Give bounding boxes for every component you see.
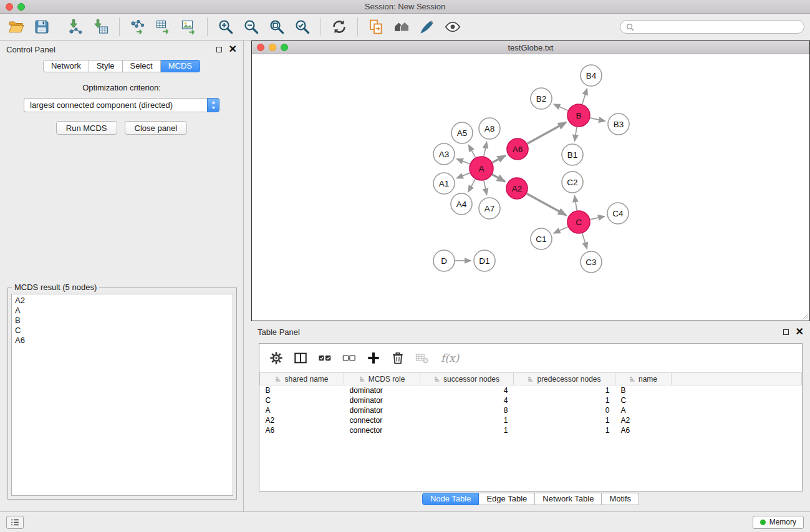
table-cell[interactable]: C [615, 395, 672, 405]
tab-edge-table[interactable]: Edge Table [479, 493, 535, 505]
open-folder-button[interactable] [6, 16, 27, 37]
mcds-result-list[interactable]: A2ABCA6 [11, 294, 233, 496]
graph-edge-C-C2[interactable] [574, 196, 577, 211]
table-cell[interactable]: 1 [514, 425, 615, 435]
graph-edge-A6-B[interactable] [528, 122, 566, 143]
graph-node-A6[interactable]: A6 [507, 138, 528, 160]
tab-node-table[interactable]: Node Table [422, 493, 480, 505]
graph-edge-B-B2[interactable] [554, 104, 568, 110]
tab-network[interactable]: Network [43, 60, 89, 72]
graph-edge-C-C1[interactable] [554, 227, 568, 233]
graph-edge-A-A1[interactable] [456, 173, 470, 178]
close-window-button[interactable] [6, 3, 13, 11]
graph-node-A8[interactable]: A8 [479, 118, 500, 139]
column-header-shared-name[interactable]: shared name [260, 373, 344, 385]
tab-mcds[interactable]: MCDS [161, 60, 200, 72]
graph-node-B3[interactable]: B3 [608, 114, 629, 135]
criterion-dropdown[interactable]: largest connected component (directed) [24, 98, 219, 112]
zoom-out-button[interactable] [241, 16, 262, 37]
table-cell[interactable]: 1 [420, 425, 514, 435]
column-header-mcds-role[interactable]: MCDS role [344, 373, 420, 385]
mcds-result-item[interactable]: A [15, 306, 229, 316]
column-header-predecessor-nodes[interactable]: predecessor nodes [514, 373, 615, 385]
close-panel-icon[interactable]: ✕ [229, 46, 237, 53]
minimize-view-button[interactable] [269, 44, 276, 51]
select-all-button[interactable] [316, 349, 334, 367]
graph-node-B[interactable]: B [567, 104, 590, 127]
search-input[interactable] [637, 22, 798, 31]
zoom-fit-button[interactable] [266, 16, 287, 37]
graph-edge-A-A7[interactable] [484, 181, 487, 195]
table-cell[interactable]: dominator [344, 395, 420, 405]
graph-node-B2[interactable]: B2 [531, 88, 552, 109]
graph-node-A5[interactable]: A5 [451, 122, 473, 143]
graph-edge-B-B4[interactable] [582, 89, 587, 104]
graph-node-D1[interactable]: D1 [474, 250, 495, 271]
network-graph[interactable]: AA6A2BCA1A3A4A5A7A8B1B2B3B4C1C2C3C4DD1 [252, 54, 809, 321]
graph-edge-B-B3[interactable] [591, 118, 605, 121]
table-cell[interactable]: 0 [514, 405, 615, 415]
graph-node-C2[interactable]: C2 [562, 172, 583, 193]
graph-node-A2[interactable]: A2 [506, 178, 528, 199]
table-row[interactable]: Cdominator41C [260, 395, 802, 405]
zoom-in-button[interactable] [215, 16, 236, 37]
graph-node-A4[interactable]: A4 [451, 193, 472, 215]
save-floppy-button[interactable] [31, 16, 52, 37]
graph-edge-A-A6[interactable] [493, 155, 506, 162]
table-cell[interactable]: A6 [260, 425, 344, 435]
fullscreen-window-button[interactable] [17, 3, 25, 11]
copy-document-button[interactable] [365, 16, 387, 37]
graph-edge-A-A4[interactable] [468, 179, 475, 191]
settings-gear-button[interactable] [267, 349, 286, 367]
graph-node-C3[interactable]: C3 [581, 251, 602, 273]
table-cell[interactable]: 1 [514, 415, 615, 425]
mcds-result-item[interactable]: A2 [15, 296, 229, 306]
table-cell[interactable]: connector [344, 425, 420, 435]
graph-node-A1[interactable]: A1 [433, 173, 455, 194]
tab-style[interactable]: Style [89, 60, 123, 72]
import-network-button[interactable] [65, 16, 86, 37]
table-cell[interactable]: A2 [615, 415, 672, 425]
mcds-result-item[interactable]: C [15, 326, 229, 336]
table-cell[interactable]: B [615, 385, 672, 395]
deselect-all-button[interactable] [340, 349, 359, 367]
tab-motifs[interactable]: Motifs [602, 493, 639, 505]
graph-edge-A-A2[interactable] [492, 175, 504, 181]
zoom-selected-button[interactable] [292, 16, 313, 37]
delete-table-button[interactable] [413, 349, 432, 367]
table-cell[interactable]: 4 [420, 385, 514, 395]
graph-node-C4[interactable]: C4 [607, 203, 629, 224]
graph-node-A[interactable]: A [470, 157, 493, 180]
float-panel-icon[interactable] [216, 47, 222, 52]
home-pair-button[interactable] [391, 16, 412, 37]
memory-button[interactable]: Memory [753, 516, 804, 529]
tab-network-table[interactable]: Network Table [535, 493, 602, 505]
close-panel-button[interactable]: Close panel [125, 121, 188, 135]
graph-node-C[interactable]: C [567, 211, 590, 233]
table-cell[interactable]: dominator [344, 405, 420, 415]
graph-node-D[interactable]: D [433, 250, 455, 271]
graph-edge-A-A8[interactable] [484, 142, 487, 157]
search-box[interactable] [620, 20, 804, 34]
table-cell[interactable]: A [615, 405, 672, 415]
graph-node-A7[interactable]: A7 [479, 198, 500, 219]
graph-edge-C-C3[interactable] [582, 233, 587, 249]
table-cell[interactable]: dominator [344, 385, 420, 395]
graph-node-A3[interactable]: A3 [433, 143, 455, 165]
graph-edge-A-A3[interactable] [457, 159, 470, 164]
refresh-button[interactable] [329, 16, 350, 37]
table-cell[interactable]: 1 [420, 415, 514, 425]
add-button[interactable] [364, 349, 383, 367]
graph-node-B4[interactable]: B4 [581, 65, 602, 86]
mcds-result-item[interactable]: A6 [15, 336, 229, 346]
resize-grip-icon[interactable] [802, 313, 809, 320]
table-cell[interactable]: connector [344, 415, 420, 425]
graph-edge-C-C4[interactable] [591, 216, 605, 220]
function-builder-button[interactable]: f(x) [441, 352, 459, 364]
table-cell[interactable]: B [260, 385, 344, 395]
export-image-button[interactable] [178, 16, 200, 37]
tab-select[interactable]: Select [123, 60, 161, 72]
maximize-view-button[interactable] [281, 44, 288, 51]
export-table-button[interactable] [153, 16, 174, 37]
column-header-name[interactable]: name [615, 373, 672, 385]
